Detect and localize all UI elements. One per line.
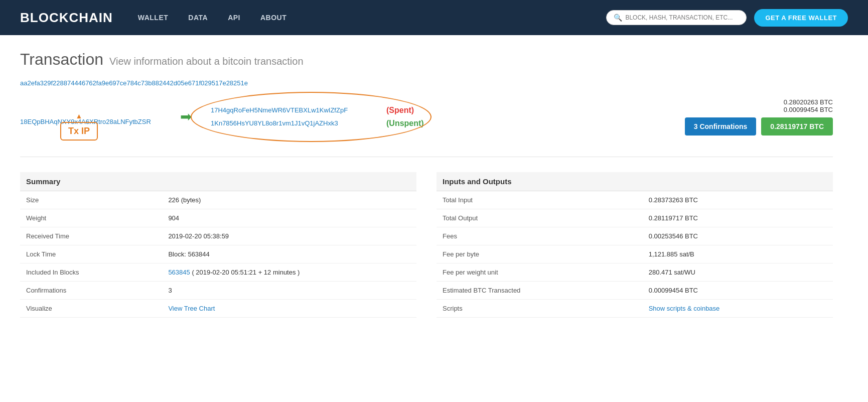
get-wallet-button[interactable]: GET A FREE WALLET [754, 9, 848, 27]
summary-label: Lock Time [20, 245, 162, 263]
search-bar: 🔍 [606, 10, 747, 25]
status-spent: (Spent) [386, 106, 414, 115]
nav-wallet[interactable]: WALLET [138, 14, 169, 22]
io-label: Fees [437, 227, 643, 245]
search-input[interactable] [625, 14, 739, 21]
tx-output-row-2: 1Kn7856HsYU8YL8o8r1vm1J1vQ1jAZHxk3 (Unsp… [211, 119, 652, 128]
navbar-right: 🔍 GET A FREE WALLET [606, 9, 848, 27]
nav-data[interactable]: DATA [188, 14, 208, 22]
navbar: BLOCKCHAIN WALLET DATA API ABOUT 🔍 GET A… [0, 0, 868, 35]
inputs-outputs-heading: Inputs and Outputs [437, 172, 833, 191]
summary-value: 226 (bytes) [162, 191, 416, 209]
io-label: Total Output [437, 209, 643, 227]
tx-right-panel: 0.28020263 BTC 0.00099454 BTC 3 Confirma… [662, 98, 833, 136]
page-content: Transaction View information about a bit… [0, 35, 853, 333]
summary-value: 3 [162, 282, 416, 300]
tables-row: Summary Size226 (bytes)Weight904Received… [20, 172, 833, 318]
nav-links: WALLET DATA API ABOUT [138, 14, 607, 22]
io-row: Total Input0.28373263 BTC [437, 191, 833, 209]
io-value: 280.471 sat/WU [643, 263, 833, 282]
status-unspent: (Unspent) [386, 119, 424, 128]
brand-logo: BLOCKCHAIN [20, 10, 113, 26]
nav-api[interactable]: API [228, 14, 240, 22]
io-value: 0.28373263 BTC [643, 191, 833, 209]
summary-row: Received Time2019-02-20 05:38:59 [20, 227, 416, 245]
search-icon: 🔍 [614, 14, 622, 22]
summary-value: Block: 563844 [162, 245, 416, 263]
txip-annotation: ▲ Tx IP [60, 112, 98, 141]
summary-label: Confirmations [20, 282, 162, 300]
summary-heading: Summary [20, 172, 416, 191]
summary-row: Confirmations3 [20, 282, 416, 300]
tx-center-arrow: ➡ [171, 108, 201, 125]
tx-outputs-wrapper: 17H4gqRoFeH5NmeWR6VTEBXLw1KwIZfZpF (Spen… [201, 101, 662, 133]
tx-amounts: 0.28020263 BTC 0.00099454 BTC [753, 98, 833, 113]
summary-value: 2019-02-20 05:38:59 [162, 227, 416, 245]
page-title: Transaction [20, 50, 103, 69]
io-value: 0.00253546 BTC [643, 227, 833, 245]
summary-table: Summary Size226 (bytes)Weight904Received… [20, 172, 416, 318]
summary-value: 904 [162, 209, 416, 227]
tx-amount-2: 0.00099454 BTC [753, 106, 833, 113]
tx-amount-1: 0.28020263 BTC [753, 98, 833, 106]
summary-label: Size [20, 191, 162, 209]
io-row: Fees0.00253546 BTC [437, 227, 833, 245]
summary-row: Included In Blocks563845 ( 2019-02-20 05… [20, 263, 416, 282]
nav-about[interactable]: ABOUT [260, 14, 286, 22]
txip-label: Tx IP [60, 122, 98, 141]
io-label: Fee per weight unit [437, 263, 643, 282]
page-title-area: Transaction View information about a bit… [20, 50, 833, 69]
io-value: 1,121.885 sat/B [643, 245, 833, 263]
summary-row: Lock TimeBlock: 563844 [20, 245, 416, 263]
tx-outputs: 17H4gqRoFeH5NmeWR6VTEBXLw1KwIZfZpF (Spen… [201, 101, 662, 133]
tx-output-addr-1[interactable]: 17H4gqRoFeH5NmeWR6VTEBXLw1KwIZfZpF [211, 106, 381, 114]
io-row: Fee per weight unit280.471 sat/WU [437, 263, 833, 282]
tx-buttons: 3 Confirmations 0.28119717 BTC [685, 117, 833, 136]
summary-row: VisualizeView Tree Chart [20, 300, 416, 318]
summary-label: Visualize [20, 300, 162, 318]
total-button[interactable]: 0.28119717 BTC [761, 117, 833, 136]
io-row: Estimated BTC Transacted0.00099454 BTC [437, 282, 833, 300]
io-row: Total Output0.28119717 BTC [437, 209, 833, 227]
io-value: 0.00099454 BTC [643, 282, 833, 300]
summary-row: Size226 (bytes) [20, 191, 416, 209]
summary-row: Weight904 [20, 209, 416, 227]
io-label: Total Input [437, 191, 643, 209]
summary-value: View Tree Chart [162, 300, 416, 318]
io-value: Show scripts & coinbase [643, 300, 833, 318]
summary-label: Received Time [20, 227, 162, 245]
io-label: Estimated BTC Transacted [437, 282, 643, 300]
io-value: 0.28119717 BTC [643, 209, 833, 227]
io-label: Fee per byte [437, 245, 643, 263]
summary-value: 563845 ( 2019-02-20 05:51:21 + 12 minute… [162, 263, 416, 282]
page-subtitle: View information about a bitcoin transac… [109, 56, 304, 67]
tx-diagram: ▲ Tx IP 18EQpBHAqNXY9x4A6XRtro28aLNFytbZ… [20, 87, 833, 157]
io-row: ScriptsShow scripts & coinbase [437, 300, 833, 318]
tx-output-addr-2[interactable]: 1Kn7856HsYU8YL8o8r1vm1J1vQ1jAZHxk3 [211, 119, 381, 127]
inputs-outputs-table: Inputs and Outputs Total Input0.28373263… [437, 172, 833, 318]
io-row: Fee per byte1,121.885 sat/B [437, 245, 833, 263]
io-label: Scripts [437, 300, 643, 318]
summary-label: Weight [20, 209, 162, 227]
tx-hash-link[interactable]: aa2efa329f228874446762fa9e697ce784c73b88… [20, 79, 248, 87]
confirmations-button[interactable]: 3 Confirmations [685, 117, 757, 136]
tx-output-row-1: 17H4gqRoFeH5NmeWR6VTEBXLw1KwIZfZpF (Spen… [211, 106, 652, 115]
summary-label: Included In Blocks [20, 263, 162, 282]
